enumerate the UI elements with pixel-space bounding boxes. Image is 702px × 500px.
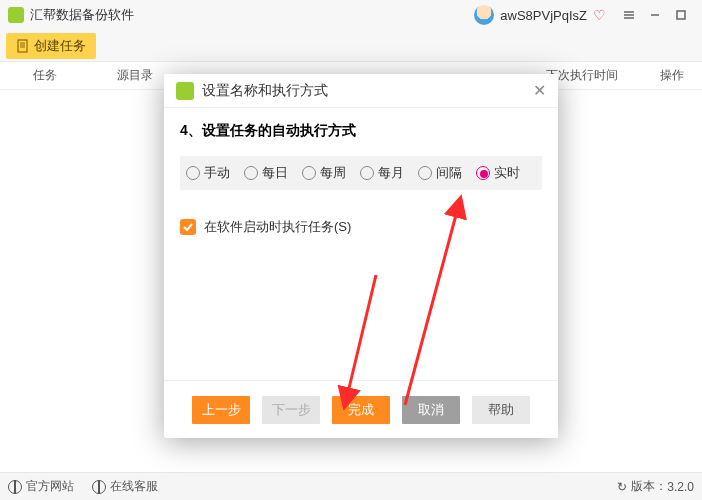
version-label: 版本： <box>631 478 667 495</box>
checkbox-icon <box>180 219 196 235</box>
official-site-link[interactable]: 官方网站 <box>8 478 74 495</box>
radio-icon <box>302 166 316 180</box>
radio-daily-label: 每日 <box>262 164 288 182</box>
radio-interval-label: 间隔 <box>436 164 462 182</box>
dialog-footer: 上一步 下一步 完成 取消 帮助 <box>164 380 558 438</box>
dialog-title: 设置名称和执行方式 <box>202 82 328 100</box>
radio-daily[interactable]: 每日 <box>244 164 288 182</box>
dialog-titlebar: 设置名称和执行方式 ✕ <box>164 74 558 108</box>
radio-realtime-label: 实时 <box>494 164 520 182</box>
create-task-button[interactable]: 创建任务 <box>6 33 96 59</box>
radio-realtime[interactable]: 实时 <box>476 164 520 182</box>
refresh-icon[interactable]: ↻ <box>617 480 627 494</box>
schedule-dialog: 设置名称和执行方式 ✕ 4、设置任务的自动执行方式 手动 每日 每周 每月 <box>164 74 558 438</box>
toolbar: 创建任务 <box>0 30 702 62</box>
col-action: 操作 <box>642 67 702 84</box>
globe-icon <box>92 480 106 494</box>
radio-monthly[interactable]: 每月 <box>360 164 404 182</box>
minimize-icon[interactable] <box>642 4 668 26</box>
help-button[interactable]: 帮助 <box>472 396 530 424</box>
online-service-link[interactable]: 在线客服 <box>92 478 158 495</box>
svg-rect-5 <box>18 40 27 52</box>
schedule-radio-group: 手动 每日 每周 每月 间隔 实时 <box>180 156 542 190</box>
avatar[interactable] <box>474 5 494 25</box>
col-task: 任务 <box>0 67 90 84</box>
radio-icon <box>476 166 490 180</box>
radio-icon <box>418 166 432 180</box>
online-service-label: 在线客服 <box>110 478 158 495</box>
dialog-heading: 4、设置任务的自动执行方式 <box>180 122 542 140</box>
radio-interval[interactable]: 间隔 <box>418 164 462 182</box>
heart-icon[interactable]: ♡ <box>593 7 606 23</box>
radio-icon <box>244 166 258 180</box>
titlebar: 汇帮数据备份软件 awS8PVjPqIsZ ♡ <box>0 0 702 30</box>
radio-icon <box>360 166 374 180</box>
radio-icon <box>186 166 200 180</box>
checkbox-label: 在软件启动时执行任务(S) <box>204 218 351 236</box>
finish-button[interactable]: 完成 <box>332 396 390 424</box>
document-icon <box>16 39 30 53</box>
dialog-app-icon <box>176 82 194 100</box>
official-site-label: 官方网站 <box>26 478 74 495</box>
globe-icon <box>8 480 22 494</box>
app-title: 汇帮数据备份软件 <box>30 6 134 24</box>
next-button: 下一步 <box>262 396 320 424</box>
create-task-label: 创建任务 <box>34 37 86 55</box>
radio-weekly-label: 每周 <box>320 164 346 182</box>
app-icon <box>8 7 24 23</box>
svg-rect-4 <box>677 11 685 19</box>
menu-icon[interactable] <box>616 4 642 26</box>
radio-monthly-label: 每月 <box>378 164 404 182</box>
version-value: 3.2.0 <box>667 480 694 494</box>
radio-manual[interactable]: 手动 <box>186 164 230 182</box>
cancel-button[interactable]: 取消 <box>402 396 460 424</box>
username[interactable]: awS8PVjPqIsZ <box>500 8 587 23</box>
statusbar: 官方网站 在线客服 ↻ 版本： 3.2.0 <box>0 472 702 500</box>
radio-weekly[interactable]: 每周 <box>302 164 346 182</box>
prev-button[interactable]: 上一步 <box>192 396 250 424</box>
maximize-icon[interactable] <box>668 4 694 26</box>
close-icon[interactable]: ✕ <box>533 81 546 100</box>
radio-manual-label: 手动 <box>204 164 230 182</box>
run-on-startup-checkbox[interactable]: 在软件启动时执行任务(S) <box>180 218 542 236</box>
